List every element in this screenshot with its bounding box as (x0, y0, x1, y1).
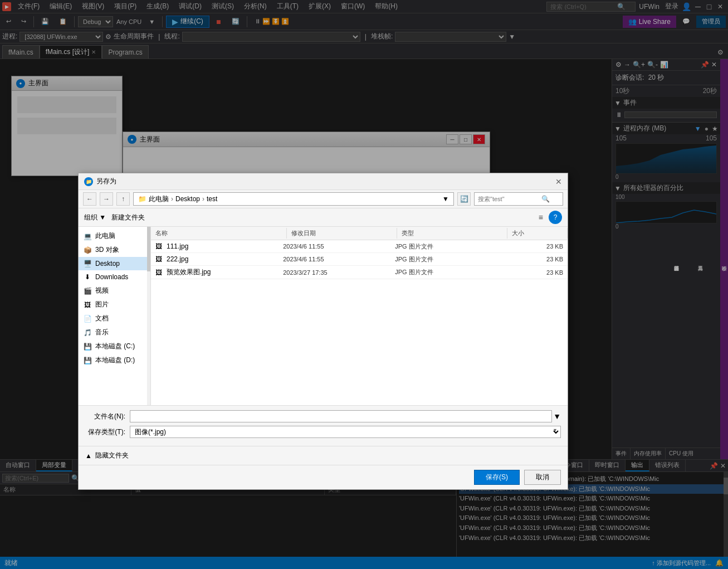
file-list-header: 名称 修改日期 类型 大小 (151, 227, 568, 240)
file-sidebar: 💻 此电脑 📦 3D 对象 🖥️ Desktop ⬇ Downloads (79, 227, 151, 405)
disk-c-icon: 💾 (83, 342, 92, 351)
dialog-back-btn[interactable]: ← (83, 192, 96, 206)
file-size-1: 23 KB (507, 256, 568, 262)
help-btn[interactable]: ? (549, 211, 562, 224)
view-btn[interactable]: ≡ (539, 213, 543, 222)
dialog-titlebar: 📁 另存为 ✕ (79, 173, 568, 190)
file-date-0: 2023/4/6 11:55 (283, 243, 395, 250)
sidebar-item-pictures[interactable]: 🖼 图片 (79, 298, 150, 312)
new-folder-btn[interactable]: 新建文件夹 (111, 213, 145, 222)
dialog-forward-btn[interactable]: → (100, 192, 113, 206)
dialog-search-input[interactable] (478, 196, 539, 202)
videos-icon: 🎬 (83, 286, 92, 295)
path-part-0[interactable]: 此电脑 (149, 194, 169, 204)
file-date-1: 2023/4/6 11:55 (283, 256, 395, 262)
sidebar-scrollbar[interactable] (147, 227, 150, 405)
path-folder-icon: 📁 (138, 195, 146, 203)
path-part-1[interactable]: Desktop (175, 195, 200, 203)
sidebar-label-desktop: Desktop (95, 260, 120, 268)
dialog-cancel-btn[interactable]: 取消 (524, 470, 561, 485)
col-size[interactable]: 大小 (507, 228, 568, 239)
path-part-2[interactable]: test (207, 195, 217, 203)
dialog-up-btn[interactable]: ↑ (116, 192, 130, 206)
file-icon-1: 🖼 (154, 255, 163, 264)
sidebar-item-videos[interactable]: 🎬 视频 (79, 284, 150, 298)
dialog-save-btn[interactable]: 保存(S) (474, 470, 520, 485)
music-icon: 🎵 (83, 328, 92, 337)
file-name-1: 222.jpg (167, 255, 283, 263)
sidebar-label-downloads: Downloads (95, 273, 128, 281)
documents-icon: 📄 (83, 314, 92, 323)
sidebar-item-disk-c[interactable]: 💾 本地磁盘 (C:) (79, 339, 150, 353)
filetype-select-wrapper: 图像(*.jpg) (130, 426, 561, 438)
file-size-2: 23 KB (507, 269, 568, 276)
file-row-0[interactable]: 🖼 111.jpg 2023/4/6 11:55 JPG 图片文件 23 KB (151, 240, 568, 253)
file-type-1: JPG 图片文件 (395, 255, 507, 264)
sidebar-item-music[interactable]: 🎵 音乐 (79, 325, 150, 339)
file-icon-2: 🖼 (154, 268, 163, 277)
filetype-select[interactable]: 图像(*.jpg) (130, 426, 561, 438)
file-name-2: 预览效果图.jpg (167, 268, 283, 277)
dialog-overlay: 📁 另存为 ✕ ← → ↑ 📁 此电脑 › Desktop › test ▼ (0, 0, 728, 569)
collapse-label: 隐藏文件夹 (95, 451, 129, 460)
downloads-icon: ⬇ (83, 273, 92, 281)
sidebar-label-pictures: 图片 (95, 300, 109, 309)
sidebar-item-downloads[interactable]: ⬇ Downloads (79, 270, 150, 284)
disk-d-icon: 💾 (83, 356, 92, 365)
organize-btn[interactable]: 组织 ▼ (84, 213, 106, 222)
col-type[interactable]: 类型 (397, 228, 507, 239)
3d-icon: 📦 (83, 246, 92, 255)
dialog-path-bar[interactable]: 📁 此电脑 › Desktop › test ▼ (133, 192, 454, 206)
file-icon-0: 🖼 (154, 242, 163, 251)
sidebar-item-pc[interactable]: 💻 此电脑 (79, 229, 150, 243)
sidebar-item-documents[interactable]: 📄 文档 (79, 312, 150, 325)
file-name-0: 111.jpg (167, 242, 283, 250)
dialog-organize-toolbar: 组织 ▼ 新建文件夹 ≡ ? (79, 208, 568, 227)
dialog-title-icon: 📁 (84, 177, 93, 186)
col-date[interactable]: 修改日期 (287, 228, 397, 239)
desktop-icon: 🖥️ (83, 259, 92, 268)
filename-label: 文件名(N): (85, 412, 130, 421)
path-dropdown-icon[interactable]: ▼ (442, 195, 449, 203)
filename-row: 文件名(N): ▼ (85, 410, 561, 422)
dialog-toolbar: ← → ↑ 📁 此电脑 › Desktop › test ▼ 🔄 🔍 (79, 190, 568, 208)
file-size-0: 23 KB (507, 243, 568, 250)
collapse-icon: ▲ (85, 452, 92, 460)
dialog-buttons: 保存(S) 取消 (79, 465, 568, 489)
dialog-search-icon: 🔍 (541, 195, 550, 203)
file-row-1[interactable]: 🖼 222.jpg 2023/4/6 11:55 JPG 图片文件 23 KB (151, 253, 568, 266)
save-as-dialog: 📁 另存为 ✕ ← → ↑ 📁 此电脑 › Desktop › test ▼ (78, 173, 568, 490)
dialog-body: 💻 此电脑 📦 3D 对象 🖥️ Desktop ⬇ Downloads (79, 227, 568, 405)
file-row-2[interactable]: 🖼 预览效果图.jpg 2023/3/27 17:35 JPG 图片文件 23 … (151, 266, 568, 279)
file-type-0: JPG 图片文件 (395, 242, 507, 251)
sidebar-scrollbar-thumb[interactable] (147, 227, 150, 271)
sidebar-item-desktop[interactable]: 🖥️ Desktop (79, 257, 150, 270)
dialog-search-box[interactable]: 🔍 (474, 192, 563, 206)
sidebar-item-disk-d[interactable]: 💾 本地磁盘 (D:) (79, 353, 150, 367)
file-date-2: 2023/3/27 17:35 (283, 269, 395, 276)
file-type-2: JPG 图片文件 (395, 268, 507, 276)
pc-icon: 💻 (83, 232, 92, 241)
dialog-close-btn[interactable]: ✕ (555, 177, 562, 186)
sidebar-item-3d[interactable]: 📦 3D 对象 (79, 243, 150, 257)
dialog-title: 另存为 (96, 177, 552, 186)
sidebar-label-disk-c: 本地磁盘 (C:) (95, 342, 135, 351)
pictures-icon: 🖼 (83, 300, 92, 309)
sidebar-label-documents: 文档 (95, 314, 109, 323)
filename-dropdown[interactable]: ▼ (553, 412, 561, 421)
dialog-refresh-btn[interactable]: 🔄 (457, 192, 471, 206)
filetype-row: 保存类型(T): 图像(*.jpg) (85, 426, 561, 438)
dialog-footer: 文件名(N): ▼ 保存类型(T): 图像(*.jpg) (79, 405, 568, 446)
path-sep-0: › (171, 195, 173, 203)
sidebar-label-3d: 3D 对象 (95, 245, 119, 255)
filetype-label: 保存类型(T): (85, 427, 130, 437)
file-list-area: 名称 修改日期 类型 大小 🖼 111.jpg 2023/4/6 11:55 J… (151, 227, 568, 405)
sidebar-label-pc: 此电脑 (95, 231, 115, 241)
filename-input[interactable] (130, 410, 552, 422)
path-sep-1: › (202, 195, 204, 203)
col-name[interactable]: 名称 (151, 228, 287, 239)
sidebar-label-music: 音乐 (95, 328, 109, 337)
collapse-folder-btn[interactable]: ▲ 隐藏文件夹 (79, 446, 568, 465)
sidebar-label-disk-d: 本地磁盘 (D:) (95, 356, 135, 365)
sidebar-label-videos: 视频 (95, 286, 109, 295)
